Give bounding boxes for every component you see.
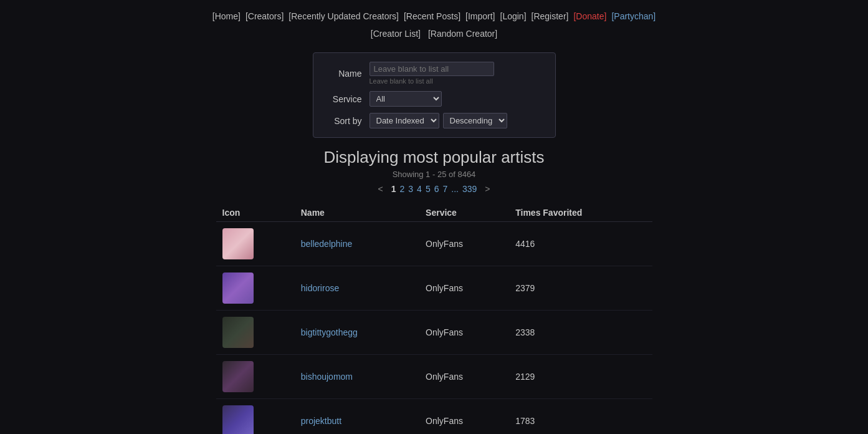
nav-link[interactable]: [Import]: [465, 11, 495, 21]
artist-favorites-cell: 2338: [509, 311, 652, 355]
name-hint: Leave blank to list all: [370, 77, 494, 85]
next-page[interactable]: >: [485, 184, 490, 194]
artist-service-cell: OnlyFans: [419, 311, 509, 355]
artist-name-link[interactable]: projektbutt: [301, 416, 341, 426]
navigation: [Home][Creators][Recently Updated Creato…: [0, 0, 868, 46]
artist-name-cell: bishoujomom: [295, 355, 419, 399]
artist-name-cell: belledelphine: [295, 222, 419, 266]
table-header: Times Favorited: [509, 204, 652, 222]
nav-link[interactable]: [Partychan]: [611, 11, 656, 21]
service-select[interactable]: AllOnlyFansPatreonFanboxGumroadSubscribe…: [370, 91, 442, 107]
avatar: [222, 361, 254, 392]
artist-icon-cell: [216, 355, 295, 399]
order-select[interactable]: DescendingAscending: [443, 113, 507, 128]
avatar: [222, 405, 254, 434]
page-link[interactable]: 4: [417, 184, 422, 194]
sortby-select[interactable]: Date IndexedNameFavorites: [370, 113, 439, 128]
nav-link[interactable]: [Creator List]: [371, 29, 421, 39]
page-link[interactable]: 2: [399, 184, 404, 194]
prev-page[interactable]: <: [378, 184, 383, 194]
page-link[interactable]: ...: [451, 184, 459, 194]
nav-link[interactable]: [Donate]: [573, 11, 606, 21]
name-row: Name Leave blank to list all: [326, 62, 543, 85]
artist-service-cell: OnlyFans: [419, 355, 509, 399]
table-row: bishoujomomOnlyFans2129: [216, 355, 652, 399]
table-row: projektbuttOnlyFans1783: [216, 399, 652, 435]
artist-favorites-cell: 2129: [509, 355, 652, 399]
avatar: [222, 317, 254, 348]
page-link[interactable]: 5: [426, 184, 431, 194]
artist-name-cell: hidorirose: [295, 266, 419, 311]
pagination: < 1234567...339 >: [0, 184, 868, 194]
nav-link[interactable]: [Register]: [532, 11, 569, 21]
service-label: Service: [326, 94, 370, 104]
nav-link[interactable]: [Login]: [500, 11, 527, 21]
sortby-row: Sort by Date IndexedNameFavorites Descen…: [326, 113, 543, 128]
name-label: Name: [326, 69, 370, 79]
table-row: hidoriroseOnlyFans2379: [216, 266, 652, 311]
artist-icon-cell: [216, 266, 295, 311]
artist-favorites-cell: 1783: [509, 399, 652, 435]
avatar: [222, 272, 254, 304]
table-header: Name: [295, 204, 419, 222]
service-row: Service AllOnlyFansPatreonFanboxGumroadS…: [326, 91, 543, 107]
nav-link[interactable]: [Random Creator]: [428, 29, 497, 39]
artist-name-cell: bigtittygothegg: [295, 311, 419, 355]
page-link[interactable]: 339: [462, 184, 477, 194]
artist-icon-cell: [216, 399, 295, 435]
artist-service-cell: OnlyFans: [419, 222, 509, 266]
artist-name-link[interactable]: bishoujomom: [301, 372, 353, 382]
artist-favorites-cell: 2379: [509, 266, 652, 311]
current-page: 1: [391, 184, 396, 194]
artist-service-cell: OnlyFans: [419, 266, 509, 311]
name-input[interactable]: [370, 62, 494, 76]
table-row: belledelphineOnlyFans4416: [216, 222, 652, 266]
artist-favorites-cell: 4416: [509, 222, 652, 266]
artist-icon-cell: [216, 222, 295, 266]
table-row: bigtittygotheggOnlyFans2338: [216, 311, 652, 355]
search-form: Name Leave blank to list all Service All…: [0, 52, 868, 138]
display-title: Displaying most popular artists: [0, 148, 868, 167]
showing-text: Showing 1 - 25 of 8464: [0, 170, 868, 179]
avatar: [222, 228, 254, 259]
nav-link[interactable]: [Creators]: [246, 11, 284, 21]
artist-name-link[interactable]: hidorirose: [301, 283, 339, 293]
artist-service-cell: OnlyFans: [419, 399, 509, 435]
artists-table: IconNameServiceTimes Favorited belledelp…: [216, 204, 652, 434]
page-link[interactable]: 7: [442, 184, 447, 194]
table-header: Service: [419, 204, 509, 222]
page-link[interactable]: 6: [434, 184, 439, 194]
artist-name-cell: projektbutt: [295, 399, 419, 435]
table-header: Icon: [216, 204, 295, 222]
artist-name-link[interactable]: bigtittygothegg: [301, 327, 358, 337]
artist-name-link[interactable]: belledelphine: [301, 239, 353, 249]
artist-icon-cell: [216, 311, 295, 355]
page-link[interactable]: 3: [408, 184, 413, 194]
nav-link[interactable]: [Recently Updated Creators]: [289, 11, 399, 21]
nav-link[interactable]: [Recent Posts]: [404, 11, 460, 21]
nav-link[interactable]: [Home]: [212, 11, 241, 21]
sortby-label: Sort by: [326, 116, 370, 126]
